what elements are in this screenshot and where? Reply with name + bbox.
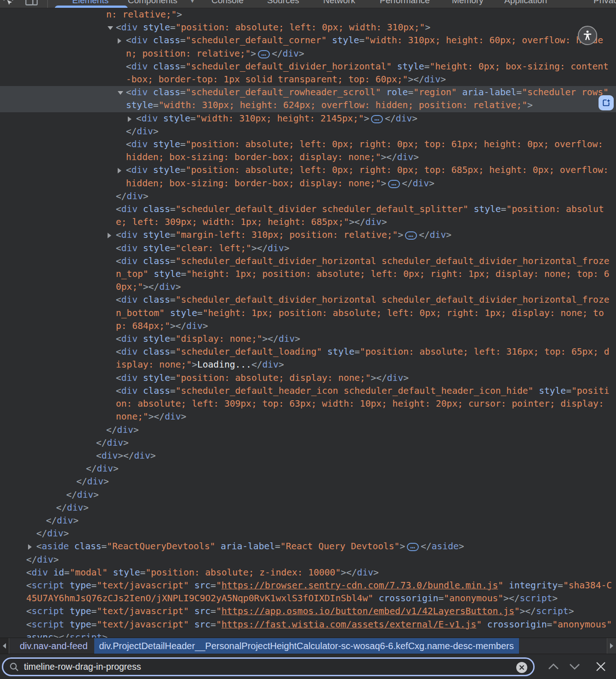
expand-children-button[interactable]: … — [371, 115, 383, 123]
collapse-arrow-icon[interactable] — [118, 91, 123, 95]
search-previous-button[interactable] — [546, 661, 561, 674]
syntax-space — [482, 619, 487, 630]
search-input[interactable] — [19, 662, 512, 672]
expand-children-button[interactable]: … — [407, 543, 419, 551]
dom-tree-node[interactable]: </div> — [0, 462, 616, 475]
close-search-button[interactable] — [594, 660, 608, 675]
attribute-name: type — [69, 580, 91, 591]
dom-tree-node[interactable]: <div style="display: none;"></div> — [0, 333, 616, 345]
dom-tree-node[interactable]: </div> — [0, 475, 616, 488]
clear-search-button[interactable] — [516, 662, 527, 673]
breadcrumb-item[interactable]: div.nav-and-feed — [15, 638, 93, 654]
dom-tree-node[interactable]: <aside class="ReactQueryDevtools" aria-l… — [0, 540, 616, 553]
ai-assistance-badge[interactable] — [599, 95, 614, 110]
dom-tree-node[interactable]: <div style="position: absolute; left: 0p… — [0, 138, 616, 164]
syntax-punctuation: > — [123, 437, 129, 448]
tab-network[interactable]: Network — [323, 0, 355, 6]
attribute-value: "anonymous" — [552, 619, 612, 630]
dom-tree-node[interactable]: <div style="margin-left: 310px; position… — [0, 229, 616, 242]
expand-arrow-icon[interactable] — [118, 38, 121, 44]
breadcrumb-scroll-left-button[interactable] — [0, 638, 9, 654]
attribute-name: style — [154, 269, 181, 279]
accessibility-widget-button[interactable] — [578, 26, 597, 45]
dom-tree-node[interactable]: <div class="scheduler_default_header_ico… — [0, 385, 616, 424]
tab-console[interactable]: Console — [211, 0, 244, 6]
attribute-link[interactable]: https://app.osmos.io/button/embed/v1/42L… — [222, 606, 514, 616]
chevron-down-icon[interactable]: ▼ — [189, 0, 195, 4]
attribute-value: "height: 1px; position: absolute; left: … — [116, 269, 609, 292]
tab-components[interactable]: Components — [128, 0, 177, 6]
tab-performance[interactable]: Performance — [380, 0, 430, 6]
dom-tree-node[interactable]: <div class="scheduler_default_divider_ho… — [0, 60, 616, 86]
search-next-button[interactable] — [567, 661, 582, 674]
dom-tree-node[interactable]: <div class="scheduler_default_divider_ho… — [0, 255, 616, 294]
syntax-punctuation: < — [116, 204, 121, 214]
expand-children-button[interactable]: … — [405, 231, 417, 240]
dom-tree-node[interactable]: <script type="text/javascript" src="http… — [0, 579, 616, 605]
expand-arrow-icon[interactable] — [108, 233, 111, 238]
dom-tree-node[interactable]: <div class="scheduler_default_divider_ho… — [0, 293, 616, 333]
dom-tree-node[interactable]: <div style="position: absolute; left: 0p… — [0, 21, 616, 34]
dom-tree-node-selected[interactable]: <div class="scheduler_default_rowheader_… — [0, 86, 616, 112]
expand-arrow-icon[interactable] — [118, 168, 121, 173]
syntax-punctuation: > — [113, 463, 119, 474]
expand-arrow-icon[interactable] — [128, 116, 131, 122]
tab-privacy[interactable]: Privacy — [593, 0, 616, 6]
dom-tree[interactable]: n: relative;"><div style="position: abso… — [0, 8, 616, 638]
dom-tree-node[interactable]: <div></div> — [0, 449, 616, 462]
attribute-name: style — [153, 139, 180, 150]
dom-tree-node[interactable]: <div id="modal" style="position: absolut… — [0, 566, 616, 579]
tab-sources[interactable]: Sources — [267, 0, 299, 6]
tag-name: div — [121, 256, 137, 266]
dom-tree-node[interactable]: <div class="scheduler_default_corner" st… — [0, 34, 616, 60]
expand-children-button[interactable]: … — [388, 180, 400, 188]
dom-tree-node[interactable]: <script type="text/javascript" src="http… — [0, 618, 616, 638]
dom-tree-node[interactable]: <script type="text/javascript" src="http… — [0, 605, 616, 618]
syntax-space — [392, 61, 397, 72]
dom-tree-node[interactable]: </div> — [0, 424, 616, 437]
syntax-punctuation: = — [180, 61, 186, 72]
dom-tree-node[interactable]: <div style="position: absolute; display:… — [0, 372, 616, 385]
attribute-link[interactable]: https://fast.wistia.com/assets/external/… — [222, 619, 476, 630]
dom-tree-node[interactable]: </div> — [0, 437, 616, 449]
syntax-punctuation: > — [150, 450, 156, 461]
dom-tree-node[interactable]: </div> — [0, 514, 616, 527]
collapse-arrow-icon[interactable] — [108, 26, 113, 30]
tab-application[interactable]: Application — [504, 0, 547, 6]
syntax-punctuation: = — [102, 541, 107, 552]
dom-tree-node[interactable]: </div> — [0, 527, 616, 540]
dom-tree-node[interactable]: </div> — [0, 501, 616, 514]
syntax-punctuation: </ — [154, 411, 165, 422]
syntax-punctuation: </ — [66, 489, 77, 500]
expand-arrow-icon[interactable] — [28, 544, 32, 550]
tab-elements[interactable]: Elements — [72, 0, 108, 6]
attribute-name: src — [194, 619, 211, 630]
attribute-name: style — [327, 346, 354, 357]
dom-tree-node[interactable]: </div> — [0, 489, 616, 501]
attribute-link[interactable]: https://browser.sentry-cdn.com/7.73.0/bu… — [222, 580, 498, 591]
breadcrumb-scroll-right-button[interactable] — [607, 638, 616, 654]
syntax-space — [137, 334, 143, 344]
dom-tree-node[interactable]: <div class="scheduler_default_divider sc… — [0, 203, 616, 229]
dom-tree-node[interactable]: n: relative;"> — [0, 8, 616, 21]
search-field[interactable] — [2, 657, 535, 676]
tab-memory[interactable]: Memory — [452, 0, 484, 6]
breadcrumb-item-selected[interactable]: div.ProjectDetailHeader__PersonalProject… — [94, 638, 519, 654]
dom-tree-node[interactable]: <div style="clear: left;"></div> — [0, 242, 616, 255]
syntax-punctuation: > — [398, 230, 403, 240]
syntax-punctuation: = — [181, 269, 187, 279]
syntax-punctuation: > — [429, 178, 434, 189]
attribute-value: "clear: left;" — [176, 243, 251, 253]
dom-tree-node[interactable]: </div> — [0, 125, 616, 138]
dom-tree-node[interactable]: <div class="scheduler_default_loading" s… — [0, 345, 616, 371]
dom-tree-node[interactable]: <div style="width: 310px; height: 2145px… — [0, 112, 616, 125]
dom-tree-node[interactable]: </div> — [0, 553, 616, 566]
device-toolbar-icon[interactable] — [24, 0, 39, 8]
expand-children-button[interactable]: … — [258, 50, 270, 58]
attribute-name: class — [74, 541, 102, 552]
dom-tree-node[interactable]: </div> — [0, 190, 616, 203]
syntax-punctuation: </ — [59, 632, 70, 638]
dom-tree-node[interactable]: <div style="position: absolute; left: 0p… — [0, 164, 616, 190]
inspect-element-icon[interactable] — [2, 0, 15, 8]
syntax-punctuation: = — [408, 87, 413, 98]
